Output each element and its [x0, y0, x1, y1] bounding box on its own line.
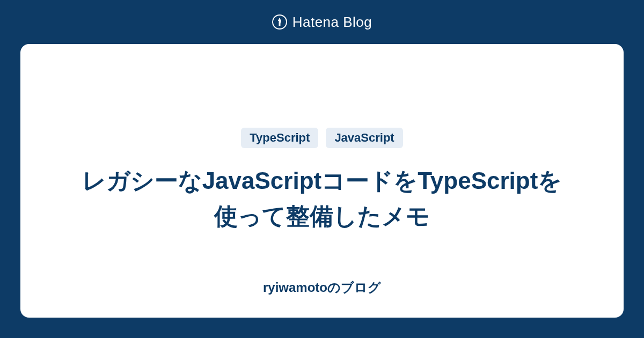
article-card: TypeScript JavaScript レガシーなJavaScriptコード… [20, 44, 624, 318]
hatena-logo-icon [272, 14, 287, 30]
blog-name: ryiwamotoのブログ [263, 279, 381, 296]
brand-name: Hatena Blog [292, 14, 372, 31]
tag-list: TypeScript JavaScript [241, 128, 402, 148]
tag: TypeScript [241, 128, 318, 148]
article-title: レガシーなJavaScriptコードをTypeScriptを使って整備したメモ [80, 163, 564, 234]
site-header: Hatena Blog [272, 0, 372, 44]
tag: JavaScript [326, 128, 402, 148]
